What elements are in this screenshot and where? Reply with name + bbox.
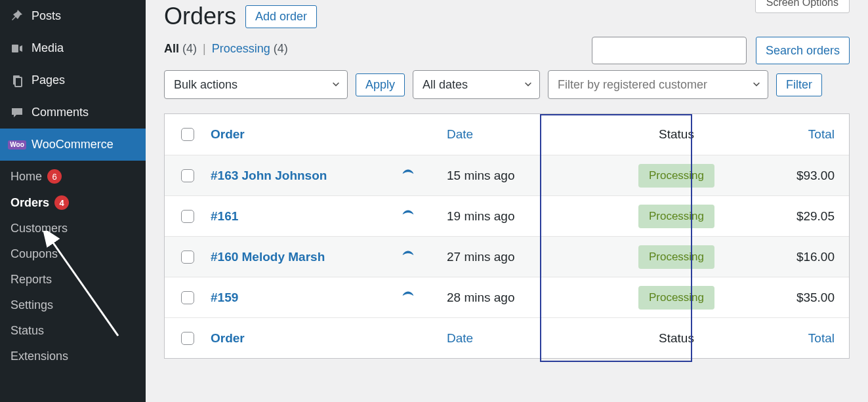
submenu-item-extensions[interactable]: Extensions — [0, 344, 146, 369]
submenu-item-reports[interactable]: Reports — [0, 267, 146, 292]
column-order[interactable]: Order — [211, 127, 245, 141]
admin-sidebar: Posts Media Pages Comments Woo WooCommer… — [0, 0, 146, 402]
sidebar-label: Media — [31, 41, 64, 55]
main-content: Screen Options Orders Add order All (4) … — [146, 0, 868, 402]
filter-all-label[interactable]: All — [164, 42, 179, 55]
sidebar-label: Comments — [31, 106, 89, 119]
sidebar-item-woocommerce[interactable]: Woo WooCommerce — [0, 129, 146, 161]
select-all-checkbox[interactable] — [181, 128, 194, 141]
sidebar-item-comments[interactable]: Comments — [0, 96, 146, 129]
pin-icon — [10, 10, 24, 23]
table-row: #161 19 mins ago Processing $29.05 — [165, 195, 849, 236]
eye-icon — [401, 167, 415, 181]
select-value: Bulk actions — [174, 78, 238, 92]
order-link[interactable]: #161 — [211, 209, 238, 223]
table-header-row: Order Date Status Total — [165, 114, 849, 155]
customer-filter-select[interactable]: Filter by registered customer — [548, 70, 768, 99]
filter-processing-link[interactable]: Processing — [212, 42, 270, 55]
submenu-label: Coupons — [10, 247, 58, 261]
page-title: Orders — [164, 3, 236, 30]
submenu-item-coupons[interactable]: Coupons — [0, 241, 146, 267]
submenu-label: Status — [10, 324, 44, 338]
order-date: 27 mins ago — [447, 250, 578, 264]
woocommerce-submenu: Home 6 Orders 4 Customers Coupons Report… — [0, 161, 146, 377]
preview-button[interactable] — [401, 289, 447, 306]
submenu-item-customers[interactable]: Customers — [0, 216, 146, 241]
submenu-item-status[interactable]: Status — [0, 318, 146, 344]
row-checkbox[interactable] — [181, 291, 194, 304]
submenu-label: Home — [10, 170, 42, 184]
order-link[interactable]: #163 John Johnson — [211, 169, 327, 182]
svg-rect-2 — [15, 77, 22, 87]
filter-processing-count: (4) — [274, 42, 288, 55]
column-total[interactable]: Total — [808, 127, 835, 141]
submenu-item-home[interactable]: Home 6 — [0, 163, 146, 190]
chevron-down-icon — [524, 78, 533, 92]
submenu-item-settings[interactable]: Settings — [0, 292, 146, 318]
media-icon — [10, 42, 24, 55]
row-checkbox[interactable] — [181, 251, 194, 264]
order-link[interactable]: #159 — [211, 291, 238, 304]
select-all-checkbox-footer[interactable] — [181, 332, 194, 345]
table-row: #160 Melody Marsh 27 mins ago Processing… — [165, 236, 849, 277]
page-header: Orders Add order — [164, 0, 850, 30]
sidebar-item-media[interactable]: Media — [0, 32, 146, 64]
eye-icon — [401, 289, 415, 303]
filter-all-count: (4) — [182, 42, 197, 55]
sidebar-label: Pages — [31, 73, 65, 87]
search-input[interactable] — [592, 37, 747, 64]
column-status: Status — [578, 331, 775, 346]
preview-button[interactable] — [401, 167, 447, 184]
column-date[interactable]: Date — [447, 331, 473, 345]
apply-button[interactable]: Apply — [356, 73, 405, 96]
preview-button[interactable] — [401, 207, 447, 225]
select-value: All dates — [423, 78, 468, 92]
submenu-item-orders[interactable]: Orders 4 — [0, 190, 146, 216]
search-orders-button[interactable]: Search orders — [756, 37, 850, 64]
submenu-label: Customers — [10, 222, 68, 235]
order-date: 19 mins ago — [447, 209, 578, 224]
status-badge: Processing — [638, 245, 714, 269]
order-link[interactable]: #160 Melody Marsh — [211, 250, 325, 264]
sidebar-item-posts[interactable]: Posts — [0, 0, 146, 32]
sidebar-label: Posts — [31, 9, 61, 23]
submenu-label: Extensions — [10, 350, 68, 363]
select-placeholder: Filter by registered customer — [558, 78, 707, 92]
eye-icon — [401, 207, 415, 222]
sidebar-label: WooCommerce — [31, 138, 114, 151]
svg-rect-0 — [12, 45, 18, 52]
order-total: $29.05 — [775, 209, 835, 224]
count-badge: 6 — [47, 169, 62, 184]
column-order[interactable]: Order — [211, 331, 245, 345]
sidebar-item-pages[interactable]: Pages — [0, 64, 146, 96]
add-order-button[interactable]: Add order — [245, 5, 317, 28]
pages-icon — [10, 74, 24, 87]
count-badge: 4 — [54, 195, 69, 210]
submenu-label: Settings — [10, 298, 53, 312]
order-total: $35.00 — [775, 291, 835, 305]
submenu-label: Reports — [10, 273, 52, 287]
separator: | — [203, 42, 206, 55]
screen-options-button[interactable]: Screen Options — [755, 0, 850, 13]
table-row: #163 John Johnson 15 mins ago Processing… — [165, 155, 849, 195]
table-row: #159 28 mins ago Processing $35.00 — [165, 277, 849, 317]
table-footer-row: Order Date Status Total — [165, 317, 849, 358]
search-area: Search orders — [592, 37, 850, 64]
submenu-label: Orders — [10, 196, 49, 210]
status-badge: Processing — [638, 164, 714, 188]
column-date[interactable]: Date — [447, 127, 473, 141]
filter-button[interactable]: Filter — [776, 73, 822, 96]
row-checkbox[interactable] — [181, 210, 194, 223]
order-date: 15 mins ago — [447, 169, 578, 183]
order-date: 28 mins ago — [447, 291, 578, 305]
column-total[interactable]: Total — [808, 331, 835, 345]
column-status: Status — [578, 127, 775, 142]
chevron-down-icon — [752, 78, 761, 92]
row-checkbox[interactable] — [181, 169, 194, 182]
bulk-actions-select[interactable]: Bulk actions — [164, 70, 348, 99]
status-badge: Processing — [638, 286, 714, 310]
orders-table: Order Date Status Total #163 John Johnso… — [164, 113, 850, 359]
order-total: $16.00 — [775, 250, 835, 264]
date-filter-select[interactable]: All dates — [413, 70, 540, 99]
preview-button[interactable] — [401, 248, 447, 266]
